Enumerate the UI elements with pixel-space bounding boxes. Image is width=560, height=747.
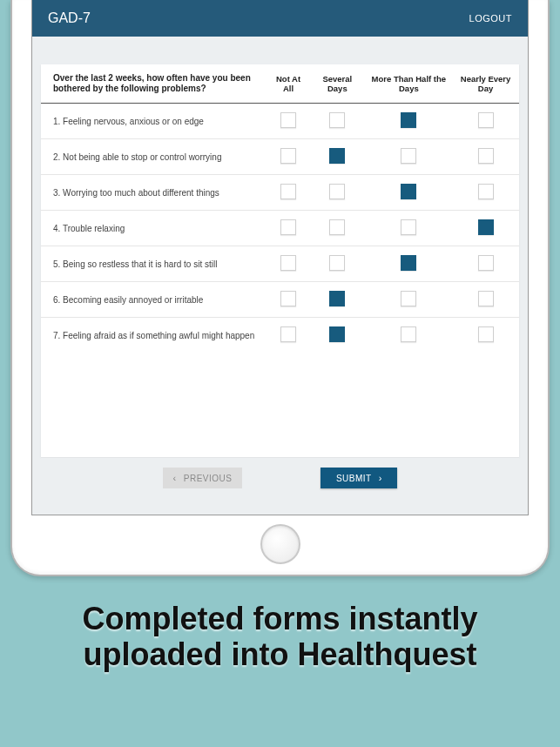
checkbox[interactable] xyxy=(280,219,296,235)
column-header: Several Days xyxy=(309,64,365,104)
answer-cell xyxy=(366,211,453,246)
question-text: 7. Feeling afraid as if something awful … xyxy=(41,318,267,353)
answer-cell xyxy=(267,104,309,139)
answer-cell xyxy=(309,175,365,211)
table-row: 2. Not being able to stop or control wor… xyxy=(41,139,519,175)
answer-cell xyxy=(366,246,453,282)
checkbox[interactable] xyxy=(280,255,296,271)
checkbox[interactable] xyxy=(478,255,494,271)
checkbox[interactable] xyxy=(329,219,345,235)
answer-cell xyxy=(309,211,365,246)
column-header: Not At All xyxy=(267,64,309,104)
answer-cell xyxy=(366,175,453,211)
question-text: 3. Worrying too much about different thi… xyxy=(41,175,267,211)
checkbox[interactable] xyxy=(478,291,494,306)
table-row: 3. Worrying too much about different thi… xyxy=(41,175,519,211)
checkbox[interactable] xyxy=(329,112,345,128)
page-title: GAD-7 xyxy=(48,10,91,26)
answer-cell xyxy=(366,318,453,353)
answer-cell xyxy=(309,139,365,175)
answer-cell xyxy=(267,139,309,175)
questionnaire-table: Over the last 2 weeks, how often have yo… xyxy=(41,64,519,353)
answer-cell xyxy=(267,318,309,353)
answer-cell xyxy=(452,246,519,282)
answer-cell xyxy=(366,139,453,175)
answer-cell xyxy=(309,104,365,139)
answer-cell xyxy=(452,104,519,139)
checkbox[interactable] xyxy=(401,255,416,271)
logout-button[interactable]: LOGOUT xyxy=(469,13,512,24)
column-header: Nearly Every Day xyxy=(452,64,519,104)
question-text: 6. Becoming easily annoyed or irritable xyxy=(41,282,267,318)
question-text: 1. Feeling nervous, anxious or on edge xyxy=(41,104,267,139)
answer-cell xyxy=(267,175,309,211)
checkbox[interactable] xyxy=(478,112,494,128)
answer-cell xyxy=(267,282,309,318)
answer-cell xyxy=(452,318,519,353)
answer-cell xyxy=(267,246,309,282)
checkbox[interactable] xyxy=(329,326,345,342)
answer-cell xyxy=(309,246,365,282)
app-screen: GAD-7 LOGOUT Over the last 2 weeks, how … xyxy=(31,0,529,515)
table-row: 1. Feeling nervous, anxious or on edge xyxy=(41,104,519,139)
answer-cell xyxy=(452,211,519,246)
checkbox[interactable] xyxy=(401,291,416,306)
question-text: 5. Being so restless that it is hard to … xyxy=(41,246,267,282)
table-row: 6. Becoming easily annoyed or irritable xyxy=(41,282,519,318)
checkbox[interactable] xyxy=(329,291,345,306)
whitespace xyxy=(41,353,519,457)
answer-cell xyxy=(452,282,519,318)
checkbox[interactable] xyxy=(478,219,494,235)
chevron-left-icon: ‹ xyxy=(173,474,177,483)
app-header: GAD-7 LOGOUT xyxy=(32,0,528,37)
tablet-frame: GAD-7 LOGOUT Over the last 2 weeks, how … xyxy=(10,0,550,576)
answer-cell xyxy=(309,282,365,318)
footer-bar: ‹ PREVIOUS SUBMIT › xyxy=(41,457,519,499)
checkbox[interactable] xyxy=(280,112,296,128)
checkbox[interactable] xyxy=(478,326,494,342)
checkbox[interactable] xyxy=(401,148,416,164)
prompt-header: Over the last 2 weeks, how often have yo… xyxy=(41,64,267,104)
checkbox[interactable] xyxy=(401,112,416,128)
submit-label: SUBMIT xyxy=(336,474,372,483)
answer-cell xyxy=(366,104,453,139)
answer-cell xyxy=(267,211,309,246)
checkbox[interactable] xyxy=(329,184,345,199)
answer-cell xyxy=(309,318,365,353)
checkbox[interactable] xyxy=(478,148,494,164)
answer-cell xyxy=(366,282,453,318)
checkbox[interactable] xyxy=(478,184,494,199)
checkbox[interactable] xyxy=(329,255,345,271)
question-text: 2. Not being able to stop or control wor… xyxy=(41,139,267,175)
table-row: 4. Trouble relaxing xyxy=(41,211,519,246)
checkbox[interactable] xyxy=(280,326,296,342)
promo-caption: Completed forms instantly uploaded into … xyxy=(0,601,560,673)
checkbox[interactable] xyxy=(401,326,416,342)
questionnaire-card: Over the last 2 weeks, how often have yo… xyxy=(41,64,519,457)
table-row: 7. Feeling afraid as if something awful … xyxy=(41,318,519,353)
previous-button[interactable]: ‹ PREVIOUS xyxy=(163,468,243,488)
checkbox[interactable] xyxy=(329,148,345,164)
checkbox[interactable] xyxy=(401,184,416,199)
home-button[interactable] xyxy=(260,524,300,564)
chevron-right-icon: › xyxy=(379,474,382,483)
checkbox[interactable] xyxy=(401,219,416,235)
previous-label: PREVIOUS xyxy=(184,474,233,483)
table-row: 5. Being so restless that it is hard to … xyxy=(41,246,519,282)
checkbox[interactable] xyxy=(280,291,296,306)
submit-button[interactable]: SUBMIT › xyxy=(320,468,397,488)
checkbox[interactable] xyxy=(280,148,296,164)
answer-cell xyxy=(452,139,519,175)
checkbox[interactable] xyxy=(280,184,296,199)
answer-cell xyxy=(452,175,519,211)
column-header: More Than Half the Days xyxy=(366,64,453,104)
question-text: 4. Trouble relaxing xyxy=(41,211,267,246)
